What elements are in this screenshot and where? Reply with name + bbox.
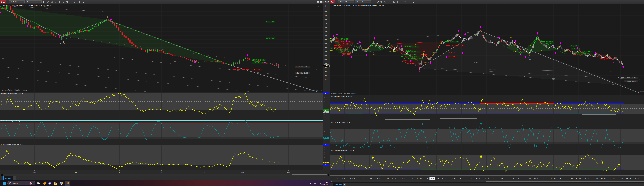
svg-text:Mar 30: Mar 30 bbox=[634, 178, 640, 180]
svg-text:0.618: 0.618 bbox=[365, 48, 368, 50]
svg-text:2.240: 2.240 bbox=[148, 50, 151, 52]
svg-text:B: B bbox=[528, 57, 529, 58]
svg-text:B: B bbox=[63, 36, 64, 38]
svg-text:hpcPatternsIndicator (NG 05-23: hpcPatternsIndicator (NG 05-23), hpcHSIA… bbox=[332, 5, 384, 7]
svg-text:3.618: 3.618 bbox=[552, 78, 555, 79]
svg-text:20: 20 bbox=[324, 114, 325, 115]
svg-text:4.500: 4.500 bbox=[324, 47, 328, 48]
svg-text:HOP: (1.699): HOP: (1.699) bbox=[252, 69, 261, 70]
svg-text:X: X bbox=[366, 51, 366, 52]
svg-text:B: B bbox=[63, 41, 64, 43]
svg-text:70: 70 bbox=[324, 92, 326, 94]
svg-text:40: 40 bbox=[324, 159, 325, 160]
svg-text:55: 55 bbox=[324, 151, 325, 153]
svg-text:Mar 24: Mar 24 bbox=[601, 178, 606, 180]
svg-text:hpcHSIIndicator (NG 05-23): hpcHSIIndicator (NG 05-23) bbox=[1, 120, 20, 122]
svg-text:Mar 10: Mar 10 bbox=[518, 178, 522, 180]
svg-text:65: 65 bbox=[324, 146, 325, 148]
svg-text:D: D bbox=[579, 56, 580, 58]
svg-text:60: 60 bbox=[324, 149, 325, 150]
svg-text:2.240: 2.240 bbox=[431, 52, 434, 53]
svg-text:C: C bbox=[389, 43, 390, 45]
svg-text:20: 20 bbox=[324, 134, 325, 136]
svg-text:HOP: (2.898): HOP: (2.898) bbox=[450, 41, 458, 42]
svg-text:HOP: (2.545): HOP: (2.545) bbox=[342, 53, 351, 55]
svg-text:Dec: Dec bbox=[118, 171, 121, 173]
svg-text:Mar 15: Mar 15 bbox=[543, 178, 548, 180]
svg-text:6.000: 6.000 bbox=[324, 35, 328, 36]
svg-text:60: 60 bbox=[324, 97, 325, 98]
svg-text:T2: (2.701): T2: (2.701) bbox=[570, 45, 578, 47]
svg-text:6.500: 6.500 bbox=[324, 31, 328, 32]
svg-text:0: 0 bbox=[324, 139, 324, 141]
svg-text:Feb 8: Feb 8 bbox=[334, 178, 338, 180]
svg-text:Mar 27: Mar 27 bbox=[610, 178, 614, 180]
svg-text:2.618: 2.618 bbox=[172, 61, 176, 62]
svg-text:Mar 1: Mar 1 bbox=[460, 178, 464, 180]
svg-text:1.618 (XA) (1.686): 1.618 (XA) (1.686) bbox=[624, 80, 636, 82]
svg-text:40°: 40° bbox=[45, 182, 46, 183]
svg-text:T1: (5.640): T1: (5.640) bbox=[266, 37, 274, 39]
svg-text:30: 30 bbox=[324, 164, 326, 166]
svg-text:2.000: 2.000 bbox=[334, 48, 338, 50]
svg-text:2.000: 2.000 bbox=[528, 45, 531, 46]
svg-text:Feb 9: Feb 9 bbox=[342, 178, 346, 180]
svg-text:0.625 (OB) (2.657): 0.625 (OB) (2.657) bbox=[336, 49, 348, 50]
svg-text:Mar 20: Mar 20 bbox=[568, 178, 573, 180]
svg-text:Mar 31: Mar 31 bbox=[643, 178, 644, 180]
svg-text:9.000: 9.000 bbox=[324, 11, 328, 13]
svg-text:1.410: 1.410 bbox=[514, 50, 516, 52]
svg-text:50: 50 bbox=[324, 154, 325, 155]
svg-text:2.500: 2.500 bbox=[324, 62, 328, 64]
svg-text:Harmonic Pattern Collection v2: Harmonic Pattern Collection v20.12.16 bbox=[330, 93, 357, 95]
svg-text:3.140: 3.140 bbox=[388, 51, 392, 52]
svg-text:0.886: 0.886 bbox=[330, 50, 333, 52]
svg-text:Feb 15: Feb 15 bbox=[376, 178, 380, 180]
svg-text:70: 70 bbox=[324, 144, 326, 146]
svg-text:24.8: 24.8 bbox=[324, 112, 327, 113]
svg-text:Mar 28: Mar 28 bbox=[618, 178, 623, 180]
svg-text:D: D bbox=[330, 37, 331, 39]
svg-text:0.707: 0.707 bbox=[376, 45, 380, 46]
svg-text:T1: (2.465): T1: (2.465) bbox=[584, 53, 591, 55]
svg-text:7.000: 7.000 bbox=[324, 27, 328, 28]
svg-text:5-0: 5-0 bbox=[536, 35, 538, 37]
svg-text:HOP: (2.465): HOP: (2.465) bbox=[573, 53, 582, 55]
svg-text:hpcAmpRSIIndicator (NG 05-23): hpcAmpRSIIndicator (NG 05-23) bbox=[330, 96, 353, 97]
svg-text:Nov: Nov bbox=[74, 171, 77, 173]
svg-text:2.240 (BC) (2.869): 2.240 (BC) (2.869) bbox=[252, 59, 264, 61]
svg-text:1.618: 1.618 bbox=[522, 76, 525, 77]
svg-text:HOP: (2.365): HOP: (2.365) bbox=[600, 58, 608, 60]
svg-text:0.618: 0.618 bbox=[372, 45, 375, 46]
svg-text:Feb 22: Feb 22 bbox=[417, 178, 422, 180]
svg-text:3.618 (BC) (1.788): 3.618 (BC) (1.788) bbox=[624, 77, 636, 78]
svg-text:Mar: Mar bbox=[242, 171, 244, 173]
svg-text:50: 50 bbox=[324, 101, 325, 102]
svg-text:1.500: 1.500 bbox=[324, 70, 328, 72]
svg-text:T1: (2.795): T1: (2.795) bbox=[342, 43, 348, 44]
svg-text:1.618 (XA) (1.238): 1.618 (XA) (1.238) bbox=[296, 72, 308, 74]
svg-text:D: D bbox=[441, 42, 442, 44]
svg-text:3.000: 3.000 bbox=[324, 58, 328, 60]
svg-text:Butterfly: Butterfly bbox=[60, 38, 67, 40]
svg-text:hpcRSIBammIndicator (NG 05-23): hpcRSIBammIndicator (NG 05-23) bbox=[1, 144, 24, 146]
svg-text:B: B bbox=[423, 53, 424, 55]
svg-text:hpcPatternsIndicator (NG 05-23: hpcPatternsIndicator (NG 05-23), hpcHSIA… bbox=[3, 5, 54, 7]
svg-text:T2: (2.464): T2: (2.464) bbox=[448, 56, 455, 58]
svg-text:C: C bbox=[576, 51, 578, 53]
svg-text:Mar 16: Mar 16 bbox=[551, 178, 556, 180]
svg-text:T1: (2.605): T1: (2.605) bbox=[411, 51, 418, 52]
svg-text:2.171: 2.171 bbox=[325, 65, 328, 66]
svg-text:C: C bbox=[340, 51, 341, 53]
svg-text:D: D bbox=[545, 49, 546, 50]
svg-text:Search: Search bbox=[12, 182, 18, 184]
svg-text:A: A bbox=[374, 42, 374, 43]
svg-text:1.272 AB=CD (2.766): 1.272 AB=CD (2.766) bbox=[451, 45, 464, 46]
svg-text:T2: (7.735): T2: (7.735) bbox=[266, 21, 274, 23]
svg-text:Mar 29: Mar 29 bbox=[626, 178, 631, 180]
svg-text:5.000: 5.000 bbox=[324, 43, 328, 44]
svg-text:A: A bbox=[330, 43, 331, 45]
svg-text:X: X bbox=[520, 51, 521, 52]
svg-text:3.500: 3.500 bbox=[324, 54, 328, 56]
svg-text:hark: hark bbox=[330, 47, 333, 49]
